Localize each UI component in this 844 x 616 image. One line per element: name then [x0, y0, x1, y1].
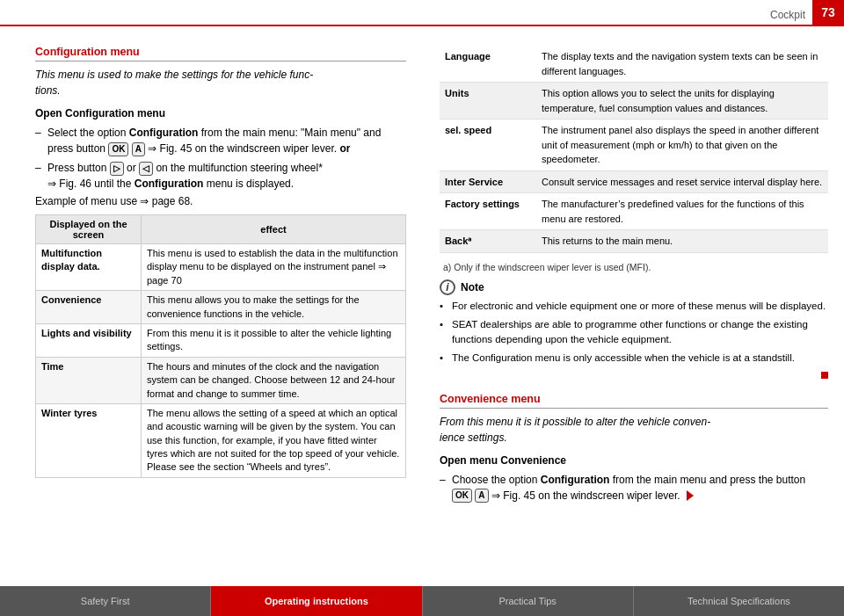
- table-row: Winter tyresThe menu allows the setting …: [36, 403, 406, 477]
- info-label: sel. speed: [440, 120, 536, 171]
- info-value: The manufacturer’s predefined values for…: [536, 193, 828, 230]
- nav-item-operating-instructions[interactable]: Operating instructions: [211, 586, 422, 616]
- footnote: a) Only if the windscreen wiper lever is…: [440, 262, 828, 272]
- table-cell-screen: Convenience: [36, 291, 142, 324]
- right-arrow-btn: ▷: [110, 162, 124, 176]
- config-menu-intro: This menu is used to make the settings f…: [35, 67, 406, 98]
- info-row: UnitsThis option allows you to select th…: [440, 83, 828, 120]
- nav-item-safety-first[interactable]: Safety First: [0, 586, 211, 616]
- table-row: ConvenienceThis menu allows you to make …: [36, 291, 406, 324]
- info-value: This option allows you to select the uni…: [536, 83, 828, 120]
- table-cell-screen: Lights and visibility: [36, 323, 142, 357]
- info-label: Backᵃ: [440, 230, 536, 253]
- table-cell-effect: The menu allows the setting of a speed a…: [142, 403, 406, 477]
- table-cell-effect: This menu is used to establish the data …: [142, 244, 406, 291]
- note-bullet-item: •The Configuration menu is only accessib…: [440, 351, 828, 366]
- a-button-inline: A: [132, 142, 145, 156]
- top-divider: [0, 25, 844, 26]
- main-content: Configuration menu This menu is used to …: [0, 33, 844, 584]
- note-title: i Note: [440, 279, 828, 295]
- convenience-menu-intro: From this menu it is it possible to alte…: [440, 414, 828, 446]
- nav-item-technical-specifications[interactable]: Technical Specifications: [634, 586, 844, 616]
- ok-button-inline: OK: [108, 142, 128, 156]
- ok-btn-2: OK: [452, 489, 472, 503]
- table-cell-effect: From this menu it is it possible to alte…: [142, 323, 406, 357]
- info-label: Language: [440, 46, 536, 83]
- table-cell-effect: This menu allows you to make the setting…: [142, 291, 406, 324]
- table-row: Lights and visibilityFrom this menu it i…: [36, 323, 406, 357]
- info-row: LanguageThe display texts and the naviga…: [440, 46, 828, 83]
- left-arrow-btn: ◁: [139, 162, 153, 176]
- right-column: LanguageThe display texts and the naviga…: [422, 33, 844, 584]
- bullet-dot: •: [440, 317, 452, 348]
- table-cell-effect: The hours and minutes of the clock and t…: [142, 357, 406, 403]
- note-bullet-item: •SEAT dealerships are able to programme …: [440, 317, 828, 348]
- info-row: Inter ServiceConsult service messages an…: [440, 170, 828, 193]
- note-icon: i: [440, 279, 455, 295]
- left-column: Configuration menu This menu is used to …: [0, 33, 422, 584]
- continue-arrow: [687, 490, 694, 501]
- note-bullets: •For electronic and vehicle equipment on…: [440, 299, 828, 366]
- header: Cockpit 73: [770, 0, 844, 25]
- info-row: sel. speedThe instrument panel also disp…: [440, 120, 828, 171]
- page-number: 73: [812, 0, 844, 25]
- info-table: LanguageThe display texts and the naviga…: [440, 46, 828, 253]
- info-row: Factory settingsThe manufacturer’s prede…: [440, 193, 828, 230]
- table-row: TimeThe hours and minutes of the clock a…: [36, 357, 406, 403]
- convenience-menu-title: Convenience menu: [440, 393, 828, 409]
- info-label: Factory settings: [440, 193, 536, 230]
- info-value: This returns to the main menu.: [536, 230, 828, 253]
- table-cell-screen: Time: [36, 357, 142, 403]
- open-config-title: Open Configuration menu: [35, 107, 406, 120]
- info-value: The instrument panel also displays the s…: [536, 120, 828, 171]
- table-cell-screen: Winter tyres: [36, 403, 142, 477]
- info-label: Units: [440, 83, 536, 120]
- menu-table: Displayed on the screen effect Multifunc…: [35, 214, 406, 478]
- info-label: Inter Service: [440, 170, 536, 193]
- example-text: Example of menu use ⇒ page 68.: [35, 195, 406, 207]
- info-value: Consult service messages and reset servi…: [536, 170, 828, 193]
- a-btn-2: A: [475, 489, 488, 503]
- info-row: BackᵃThis returns to the main menu.: [440, 230, 828, 253]
- table-row: Multifunction display data.This menu is …: [36, 244, 406, 291]
- note-box: i Note •For electronic and vehicle equip…: [440, 279, 828, 380]
- table-header-screen: Displayed on the screen: [36, 215, 142, 244]
- nav-item-practical-tips[interactable]: Practical Tips: [423, 586, 634, 616]
- bullet-1: – Select the option Configuration from t…: [35, 125, 406, 156]
- bullet-dot: •: [440, 299, 452, 314]
- table-cell-screen: Multifunction display data.: [36, 244, 142, 291]
- note-bullet-item: •For electronic and vehicle equipment on…: [440, 299, 828, 314]
- info-value: The display texts and the navigation sys…: [536, 46, 828, 83]
- bottom-nav: Safety FirstOperating instructionsPracti…: [0, 586, 844, 616]
- table-header-effect: effect: [142, 215, 406, 244]
- open-convenience-title: Open menu Convenience: [440, 454, 828, 467]
- bullet-2: – Press button ▷ or ◁ on the multifuncti…: [35, 160, 406, 192]
- config-menu-title: Configuration menu: [35, 46, 406, 62]
- chapter-title: Cockpit: [770, 4, 812, 21]
- end-marker: [821, 372, 828, 379]
- bullet-dot: •: [440, 351, 452, 366]
- convenience-bullet: – Choose the option Configuration from t…: [440, 472, 828, 504]
